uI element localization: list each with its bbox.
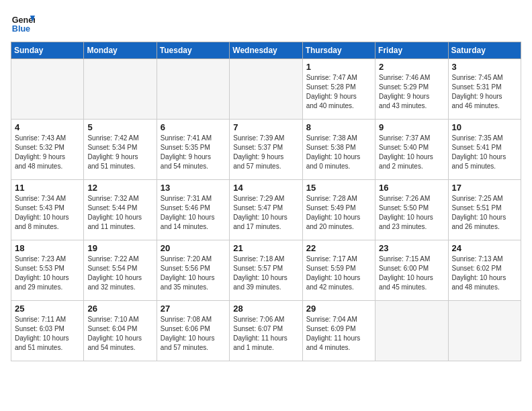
day-info: Sunrise: 7:06 AM Sunset: 6:07 PM Dayligh… bbox=[233, 315, 298, 353]
logo: General Blue bbox=[11, 11, 35, 35]
weekday-header-friday: Friday bbox=[375, 42, 448, 59]
svg-text:Blue: Blue bbox=[12, 24, 30, 34]
day-info: Sunrise: 7:32 AM Sunset: 5:44 PM Dayligh… bbox=[87, 194, 152, 232]
calendar-cell: 6Sunrise: 7:41 AM Sunset: 5:35 PM Daylig… bbox=[157, 120, 229, 180]
day-info: Sunrise: 7:38 AM Sunset: 5:38 PM Dayligh… bbox=[306, 134, 371, 171]
weekday-header-monday: Monday bbox=[84, 42, 157, 59]
day-info: Sunrise: 7:22 AM Sunset: 5:54 PM Dayligh… bbox=[87, 255, 152, 292]
calendar-cell: 26Sunrise: 7:10 AM Sunset: 6:04 PM Dayli… bbox=[84, 301, 157, 361]
calendar-cell: 9Sunrise: 7:37 AM Sunset: 5:40 PM Daylig… bbox=[375, 120, 448, 180]
calendar-cell: 21Sunrise: 7:18 AM Sunset: 5:57 PM Dayli… bbox=[230, 240, 302, 301]
calendar-cell: 1Sunrise: 7:47 AM Sunset: 5:28 PM Daylig… bbox=[302, 59, 375, 120]
day-number: 11 bbox=[15, 183, 80, 193]
day-number: 8 bbox=[306, 122, 371, 132]
calendar-table: SundayMondayTuesdayWednesdayThursdayFrid… bbox=[11, 42, 521, 361]
day-info: Sunrise: 7:43 AM Sunset: 5:32 PM Dayligh… bbox=[15, 134, 80, 171]
calendar-cell: 25Sunrise: 7:11 AM Sunset: 6:03 PM Dayli… bbox=[11, 301, 84, 361]
day-number: 7 bbox=[233, 122, 298, 132]
day-info: Sunrise: 7:47 AM Sunset: 5:28 PM Dayligh… bbox=[306, 73, 371, 111]
day-info: Sunrise: 7:39 AM Sunset: 5:37 PM Dayligh… bbox=[233, 134, 298, 171]
weekday-header-saturday: Saturday bbox=[448, 42, 521, 59]
day-number: 18 bbox=[15, 243, 80, 253]
day-number: 27 bbox=[161, 304, 226, 314]
day-info: Sunrise: 7:23 AM Sunset: 5:53 PM Dayligh… bbox=[15, 255, 80, 292]
calendar-cell: 2Sunrise: 7:46 AM Sunset: 5:29 PM Daylig… bbox=[375, 59, 448, 120]
calendar-cell: 7Sunrise: 7:39 AM Sunset: 5:37 PM Daylig… bbox=[230, 120, 302, 180]
day-info: Sunrise: 7:11 AM Sunset: 6:03 PM Dayligh… bbox=[15, 315, 80, 353]
day-info: Sunrise: 7:18 AM Sunset: 5:57 PM Dayligh… bbox=[233, 255, 298, 292]
calendar-cell: 12Sunrise: 7:32 AM Sunset: 5:44 PM Dayli… bbox=[84, 180, 157, 240]
day-number: 6 bbox=[161, 122, 226, 132]
calendar-cell bbox=[157, 59, 229, 120]
day-number: 29 bbox=[306, 304, 371, 314]
calendar-cell: 29Sunrise: 7:04 AM Sunset: 6:09 PM Dayli… bbox=[302, 301, 375, 361]
calendar-cell: 10Sunrise: 7:35 AM Sunset: 5:41 PM Dayli… bbox=[448, 120, 521, 180]
day-number: 21 bbox=[233, 243, 298, 253]
day-info: Sunrise: 7:04 AM Sunset: 6:09 PM Dayligh… bbox=[306, 315, 371, 353]
calendar-cell: 15Sunrise: 7:28 AM Sunset: 5:49 PM Dayli… bbox=[302, 180, 375, 240]
calendar-cell bbox=[448, 301, 521, 361]
day-info: Sunrise: 7:25 AM Sunset: 5:51 PM Dayligh… bbox=[452, 194, 517, 232]
calendar-week-2: 4Sunrise: 7:43 AM Sunset: 5:32 PM Daylig… bbox=[11, 120, 521, 180]
day-number: 17 bbox=[452, 183, 517, 193]
day-number: 20 bbox=[161, 243, 226, 253]
calendar-cell: 19Sunrise: 7:22 AM Sunset: 5:54 PM Dayli… bbox=[84, 240, 157, 301]
weekday-header-sunday: Sunday bbox=[11, 42, 84, 59]
calendar-cell: 3Sunrise: 7:45 AM Sunset: 5:31 PM Daylig… bbox=[448, 59, 521, 120]
calendar-week-1: 1Sunrise: 7:47 AM Sunset: 5:28 PM Daylig… bbox=[11, 59, 521, 120]
day-number: 23 bbox=[379, 243, 444, 253]
day-number: 28 bbox=[233, 304, 298, 314]
day-info: Sunrise: 7:10 AM Sunset: 6:04 PM Dayligh… bbox=[87, 315, 152, 353]
day-number: 5 bbox=[87, 122, 152, 132]
calendar-cell: 20Sunrise: 7:20 AM Sunset: 5:56 PM Dayli… bbox=[157, 240, 229, 301]
day-info: Sunrise: 7:15 AM Sunset: 6:00 PM Dayligh… bbox=[379, 255, 444, 292]
day-number: 9 bbox=[379, 122, 444, 132]
calendar-cell: 28Sunrise: 7:06 AM Sunset: 6:07 PM Dayli… bbox=[230, 301, 302, 361]
day-info: Sunrise: 7:45 AM Sunset: 5:31 PM Dayligh… bbox=[452, 73, 517, 111]
day-info: Sunrise: 7:13 AM Sunset: 6:02 PM Dayligh… bbox=[452, 255, 517, 292]
day-number: 24 bbox=[452, 243, 517, 253]
day-number: 2 bbox=[379, 62, 444, 72]
day-info: Sunrise: 7:20 AM Sunset: 5:56 PM Dayligh… bbox=[161, 255, 226, 292]
calendar-cell bbox=[11, 59, 84, 120]
calendar-cell: 4Sunrise: 7:43 AM Sunset: 5:32 PM Daylig… bbox=[11, 120, 84, 180]
day-number: 25 bbox=[15, 304, 80, 314]
calendar-cell: 8Sunrise: 7:38 AM Sunset: 5:38 PM Daylig… bbox=[302, 120, 375, 180]
day-number: 13 bbox=[161, 183, 226, 193]
calendar-week-5: 25Sunrise: 7:11 AM Sunset: 6:03 PM Dayli… bbox=[11, 301, 521, 361]
calendar-cell: 13Sunrise: 7:31 AM Sunset: 5:46 PM Dayli… bbox=[157, 180, 229, 240]
day-number: 10 bbox=[452, 122, 517, 132]
day-number: 15 bbox=[306, 183, 371, 193]
calendar-cell: 14Sunrise: 7:29 AM Sunset: 5:47 PM Dayli… bbox=[230, 180, 302, 240]
logo-icon: General Blue bbox=[11, 11, 35, 35]
day-number: 14 bbox=[233, 183, 298, 193]
calendar-cell: 24Sunrise: 7:13 AM Sunset: 6:02 PM Dayli… bbox=[448, 240, 521, 301]
day-info: Sunrise: 7:17 AM Sunset: 5:59 PM Dayligh… bbox=[306, 255, 371, 292]
calendar-cell bbox=[84, 59, 157, 120]
day-info: Sunrise: 7:46 AM Sunset: 5:29 PM Dayligh… bbox=[379, 73, 444, 111]
day-info: Sunrise: 7:08 AM Sunset: 6:06 PM Dayligh… bbox=[161, 315, 226, 353]
day-info: Sunrise: 7:28 AM Sunset: 5:49 PM Dayligh… bbox=[306, 194, 371, 232]
page-header: General Blue bbox=[11, 11, 521, 35]
calendar-cell: 11Sunrise: 7:34 AM Sunset: 5:43 PM Dayli… bbox=[11, 180, 84, 240]
calendar-cell: 22Sunrise: 7:17 AM Sunset: 5:59 PM Dayli… bbox=[302, 240, 375, 301]
weekday-header-thursday: Thursday bbox=[302, 42, 375, 59]
calendar-cell: 23Sunrise: 7:15 AM Sunset: 6:00 PM Dayli… bbox=[375, 240, 448, 301]
day-info: Sunrise: 7:37 AM Sunset: 5:40 PM Dayligh… bbox=[379, 134, 444, 171]
calendar-cell bbox=[230, 59, 302, 120]
day-number: 26 bbox=[87, 304, 152, 314]
calendar-week-4: 18Sunrise: 7:23 AM Sunset: 5:53 PM Dayli… bbox=[11, 240, 521, 301]
day-info: Sunrise: 7:26 AM Sunset: 5:50 PM Dayligh… bbox=[379, 194, 444, 232]
calendar-cell: 27Sunrise: 7:08 AM Sunset: 6:06 PM Dayli… bbox=[157, 301, 229, 361]
day-info: Sunrise: 7:35 AM Sunset: 5:41 PM Dayligh… bbox=[452, 134, 517, 171]
calendar-cell: 16Sunrise: 7:26 AM Sunset: 5:50 PM Dayli… bbox=[375, 180, 448, 240]
calendar-cell: 18Sunrise: 7:23 AM Sunset: 5:53 PM Dayli… bbox=[11, 240, 84, 301]
day-number: 1 bbox=[306, 62, 371, 72]
day-info: Sunrise: 7:31 AM Sunset: 5:46 PM Dayligh… bbox=[161, 194, 226, 232]
day-info: Sunrise: 7:41 AM Sunset: 5:35 PM Dayligh… bbox=[161, 134, 226, 171]
day-number: 12 bbox=[87, 183, 152, 193]
day-number: 3 bbox=[452, 62, 517, 72]
day-number: 4 bbox=[15, 122, 80, 132]
day-number: 16 bbox=[379, 183, 444, 193]
weekday-header-tuesday: Tuesday bbox=[157, 42, 229, 59]
